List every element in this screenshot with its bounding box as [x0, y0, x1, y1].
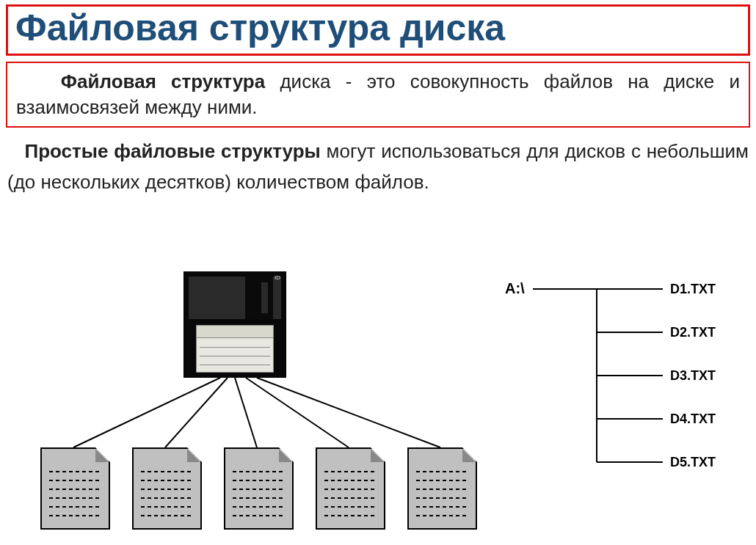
tree-item: D3.TXT — [670, 368, 716, 384]
tree-item: D1.TXT — [670, 282, 716, 297]
tree-item: D4.TXT — [670, 412, 716, 427]
definition-text: Файловая структура диска - это совокупно… — [16, 69, 740, 120]
definition-bold: Файловая структура — [61, 70, 265, 92]
diagram-area: ID A:\ D1.TXT D2.TXT D3. — [0, 271, 756, 543]
document-icon — [407, 447, 477, 530]
document-icon — [224, 447, 294, 530]
document-icon — [316, 447, 385, 530]
title-box: Файловая структура диска — [6, 4, 750, 56]
paragraph-bold: Простые файловые структуры — [24, 140, 320, 162]
file-tree: A:\ D1.TXT D2.TXT D3.TXT D4.TXT D5.TXT — [505, 271, 740, 491]
svg-line-0 — [73, 378, 220, 447]
tree-item: D2.TXT — [670, 325, 716, 340]
svg-line-4 — [257, 378, 440, 447]
page-title: Файловая структура диска — [15, 7, 741, 49]
svg-line-3 — [246, 378, 349, 447]
svg-line-1 — [165, 378, 228, 447]
document-icon — [40, 447, 110, 530]
floppy-disk-icon: ID — [183, 271, 286, 378]
tree-item: D5.TXT — [670, 455, 716, 470]
definition-box: Файловая структура диска - это совокупно… — [6, 62, 750, 128]
svg-line-2 — [235, 378, 257, 447]
paragraph: Простые файловые структуры могут использ… — [7, 136, 749, 197]
document-icon — [132, 447, 202, 530]
